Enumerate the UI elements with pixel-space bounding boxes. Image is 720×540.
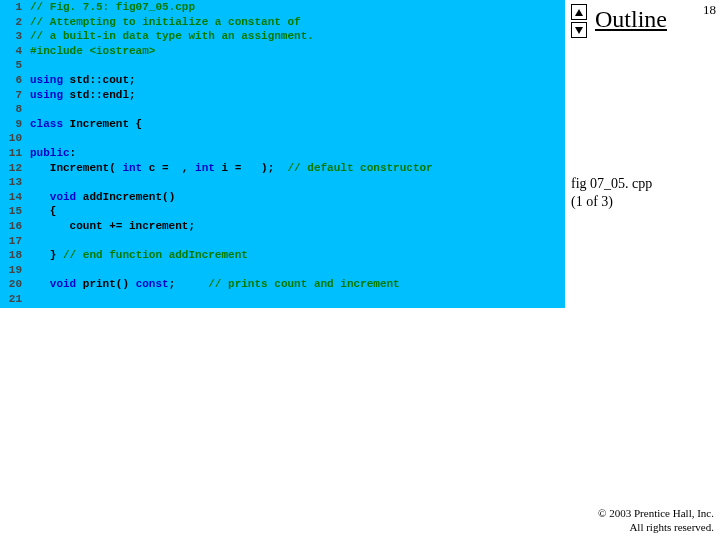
figure-reference: fig 07_05. cpp (1 of 3) — [571, 175, 652, 211]
code-line — [30, 234, 565, 249]
line-number: 7 — [0, 88, 22, 103]
line-number: 20 — [0, 277, 22, 292]
line-number: 11 — [0, 146, 22, 161]
line-number: 5 — [0, 58, 22, 73]
code-line: using std::cout; — [30, 73, 565, 88]
copyright-notice: © 2003 Prentice Hall, Inc. All rights re… — [598, 506, 714, 534]
code-line — [30, 131, 565, 146]
code-line: // Fig. 7.5: fig07_05.cpp — [30, 0, 565, 15]
line-number: 15 — [0, 204, 22, 219]
line-number-gutter: 123456789101112131415161718192021 — [0, 0, 26, 308]
code-line — [30, 263, 565, 278]
line-number: 10 — [0, 131, 22, 146]
line-number: 16 — [0, 219, 22, 234]
figure-part: (1 of 3) — [571, 194, 613, 209]
code-line: void addIncrement() — [30, 190, 565, 205]
code-line: using std::endl; — [30, 88, 565, 103]
code-line: #include <iostream> — [30, 44, 565, 59]
line-number: 12 — [0, 161, 22, 176]
code-line — [30, 175, 565, 190]
line-number: 13 — [0, 175, 22, 190]
line-number: 14 — [0, 190, 22, 205]
line-number: 9 — [0, 117, 22, 132]
line-number: 4 — [0, 44, 22, 59]
line-number: 21 — [0, 292, 22, 307]
figure-name: fig 07_05. cpp — [571, 176, 652, 191]
code-line: Increment( int c = , int i = ); // defau… — [30, 161, 565, 176]
code-lines: // Fig. 7.5: fig07_05.cpp// Attempting t… — [30, 0, 565, 308]
right-sidebar: Outline 18 fig 07_05. cpp (1 of 3) © 200… — [565, 0, 720, 540]
chevron-up-icon — [575, 9, 583, 16]
copyright-line2: All rights reserved. — [629, 521, 714, 533]
code-line: public: — [30, 146, 565, 161]
line-number: 3 — [0, 29, 22, 44]
code-line: void print() const; // prints count and … — [30, 277, 565, 292]
code-line — [30, 58, 565, 73]
code-line: count += increment; — [30, 219, 565, 234]
line-number: 8 — [0, 102, 22, 117]
chevron-down-icon — [575, 27, 583, 34]
code-line: // a built-in data type with an assignme… — [30, 29, 565, 44]
nav-down-button[interactable] — [571, 22, 587, 38]
line-number: 2 — [0, 15, 22, 30]
code-line: class Increment { — [30, 117, 565, 132]
code-panel: 123456789101112131415161718192021 // Fig… — [0, 0, 565, 308]
slide-root: 123456789101112131415161718192021 // Fig… — [0, 0, 720, 540]
line-number: 18 — [0, 248, 22, 263]
outline-title: Outline — [595, 6, 667, 33]
nav-button-group — [571, 4, 587, 40]
line-number: 6 — [0, 73, 22, 88]
code-line: { — [30, 204, 565, 219]
nav-up-button[interactable] — [571, 4, 587, 20]
copyright-line1: © 2003 Prentice Hall, Inc. — [598, 507, 714, 519]
code-line: // Attempting to initialize a constant o… — [30, 15, 565, 30]
code-line — [30, 102, 565, 117]
code-line — [30, 292, 565, 307]
line-number: 17 — [0, 234, 22, 249]
line-number: 1 — [0, 0, 22, 15]
page-number: 18 — [703, 2, 716, 18]
line-number: 19 — [0, 263, 22, 278]
code-line: } // end function addIncrement — [30, 248, 565, 263]
